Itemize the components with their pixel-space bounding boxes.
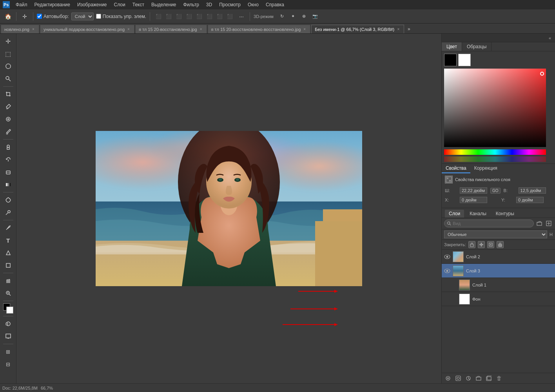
shape-tool[interactable] [2,260,14,271]
menu-view[interactable]: Просмотр [216,1,244,8]
menu-3d[interactable]: 3D [203,1,215,8]
menu-text[interactable]: Текст [129,1,147,8]
artboard-tool[interactable]: ⊟ [2,358,14,370]
type-tool[interactable]: T [2,234,14,246]
tab-layers[interactable]: Слои [445,210,464,218]
brush-tool[interactable] [2,126,14,138]
align-bottom-btn[interactable]: ⬛ [205,12,214,21]
menu-edit[interactable]: Редактирование [31,1,73,8]
lock-artboard-btn[interactable] [487,241,494,248]
menu-layers[interactable]: Слои [111,1,129,8]
autoselect-checkbox[interactable]: Автовыбор: [37,14,69,19]
adjustment-layer-btn[interactable] [464,374,472,382]
align-center-h-btn[interactable]: ⬛ [164,12,173,21]
align-right-btn[interactable]: ⬛ [174,12,183,21]
distribute-2-btn[interactable]: ⬛ [225,12,234,21]
history-brush-tool[interactable] [2,154,14,165]
gradient-tool[interactable] [2,179,14,191]
layer-item-bg[interactable]: Фон [442,292,555,306]
add-layer-style-btn[interactable] [444,374,452,382]
layer-2-visibility[interactable] [444,254,450,260]
marquee-tool[interactable]: ⬚ [2,48,14,60]
home-button[interactable]: 🏠 [3,12,13,21]
tab-3[interactable]: я тл 15 20-восстановлено-восстановлено.j… [208,25,311,33]
layer-item-3[interactable]: Слой 3 [442,264,555,278]
hand-tool[interactable] [2,275,14,287]
menu-image[interactable]: Изображение [74,1,110,8]
layer-1-visibility[interactable] [450,282,457,288]
tabs-overflow-btn[interactable]: » [405,25,413,33]
layer-3-visibility[interactable] [444,268,450,274]
eraser-tool[interactable] [2,166,14,178]
menu-select[interactable]: Выделение [148,1,180,8]
canvas-area[interactable] [16,34,441,383]
layer-group-btn[interactable] [475,374,482,382]
menu-window[interactable]: Окно [245,1,262,8]
move-tool[interactable]: ✛ [2,35,14,47]
tab-correction[interactable]: Коррекция [470,164,501,173]
new-layer-btn[interactable] [485,374,493,382]
frame-tool[interactable]: ⊞ [2,346,14,358]
tab-1-close[interactable]: × [126,27,131,32]
tab-contours[interactable]: Контуры [492,210,518,218]
show-controls-checkbox[interactable]: Показать упр. элем. [96,14,146,19]
color-fg-swatch[interactable] [444,54,457,66]
eyedropper-tool[interactable] [2,101,14,113]
tab-4-close[interactable]: × [396,27,401,32]
quick-select-tool[interactable] [2,73,14,85]
quick-mask-btn[interactable] [2,318,14,330]
tab-samples[interactable]: Образцы [462,42,492,51]
tab-2[interactable]: я тл 15 20-восстановлено.jpg × [135,25,207,33]
menu-file[interactable]: Файл [13,1,31,8]
tab-properties[interactable]: Свойства [442,164,470,173]
layer-item-2[interactable]: Слой 2 [442,250,555,264]
zoom-3d-btn[interactable]: ⊕ [299,12,309,21]
tab-2-close[interactable]: × [199,27,203,32]
layers-new-group-btn[interactable] [535,220,543,227]
hue-slider[interactable] [444,156,546,162]
align-left-btn[interactable]: ⬛ [154,12,163,21]
screen-mode-btn[interactable] [2,330,14,342]
color-bg-swatch[interactable] [458,54,471,66]
go-button[interactable]: GO [490,188,501,194]
pan-3d-btn[interactable]: ✦ [288,12,298,21]
lock-position-btn[interactable] [478,241,485,248]
rotate-3d-btn[interactable]: ↻ [278,12,287,21]
menu-help[interactable]: Справка [263,1,287,8]
tab-0-close[interactable]: × [31,27,36,32]
blur-tool[interactable] [2,194,14,206]
color-hue-strip[interactable] [444,149,546,155]
lasso-tool[interactable] [2,60,14,72]
background-color[interactable] [6,307,13,314]
canvas-image[interactable] [96,131,362,286]
layer-dropdown[interactable]: Слой [71,13,94,20]
add-mask-btn[interactable] [454,374,462,382]
layer-bg-visibility[interactable] [450,296,457,302]
pen-tool[interactable] [2,222,14,234]
move-tool-btn[interactable]: ✛ [20,12,29,21]
layers-search-input[interactable] [453,221,531,226]
tab-color[interactable]: Цвет [442,42,462,51]
panel-collapse-btn[interactable]: « [546,34,553,42]
blend-mode-dropdown[interactable]: Обычные [444,230,547,238]
layer-item-1[interactable]: Слой 1 [442,278,555,292]
tab-3-close[interactable]: × [302,27,307,32]
delete-layer-btn[interactable] [495,374,503,382]
clone-tool[interactable] [2,141,14,153]
layers-options-btn[interactable] [545,220,553,227]
zoom-tool[interactable] [2,287,14,299]
color-gradient-box[interactable] [444,69,546,147]
layers-search[interactable] [444,220,534,227]
dodge-tool[interactable] [2,207,14,218]
path-selection-tool[interactable] [2,247,14,259]
align-top-btn[interactable]: ⬛ [184,12,194,21]
tab-channels[interactable]: Каналы [466,210,490,218]
menu-filter[interactable]: Фильтр [180,1,202,8]
crop-tool[interactable] [2,88,14,100]
tab-1[interactable]: уникальный подарок-восстановлено.png × [40,25,134,33]
tab-0[interactable]: новлено.png × [1,25,39,33]
lock-pixels-btn[interactable] [468,241,475,248]
tab-4[interactable]: Без имени-1 @ 66,7% (Слой 3, RGB/8#) × [311,25,404,33]
align-center-v-btn[interactable]: ⬛ [194,12,204,21]
color-swatch[interactable] [2,303,14,314]
